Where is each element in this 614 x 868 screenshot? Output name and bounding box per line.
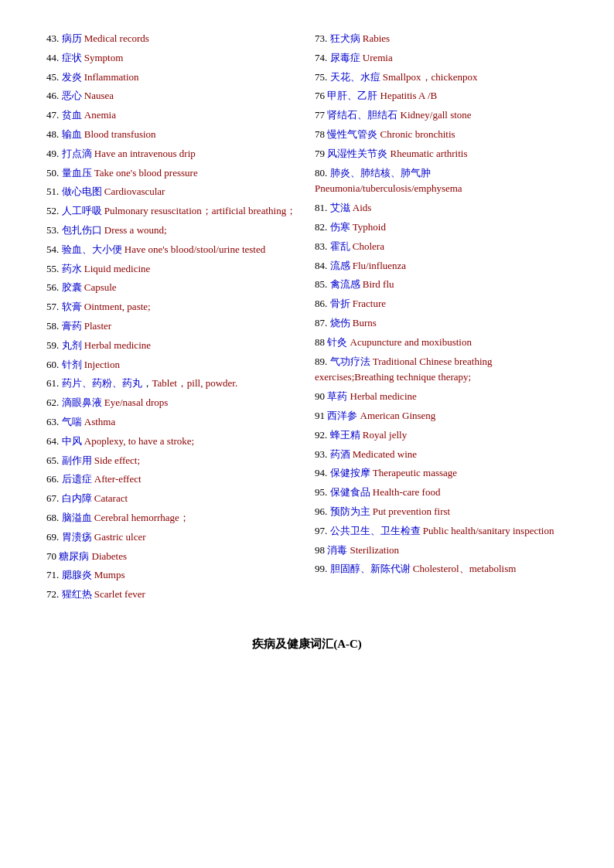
list-item: 74. 尿毒症 Uremia xyxy=(315,50,568,66)
list-item: 83. 霍乱 Cholera xyxy=(315,239,568,255)
list-item: 88 针灸 Acupuncture and moxibustion xyxy=(315,335,568,351)
list-item: 44. 症状 Symptom xyxy=(46,50,299,66)
list-item: 99. 胆固醇、新陈代谢 Cholesterol、metabolism xyxy=(315,561,568,577)
list-item: 56. 胶囊 Capsule xyxy=(46,280,299,296)
list-item: 78 慢性气管炎 Chronic bronchitis xyxy=(315,127,568,143)
list-item: 48. 输血 Blood transfusion xyxy=(46,127,299,143)
list-item: 60. 针剂 Injection xyxy=(46,357,299,373)
list-item: 62. 滴眼鼻液 Eye/nasal drops xyxy=(46,395,299,411)
list-item: 45. 发炎 Inflammation xyxy=(46,70,299,86)
list-item: 73. 狂犬病 Rabies xyxy=(315,31,568,47)
list-item: 89. 气功疗法 Traditional Chinese breathing e… xyxy=(315,354,568,386)
list-item: 93. 药酒 Medicated wine xyxy=(315,447,568,463)
right-column: 73. 狂犬病 Rabies74. 尿毒症 Uremia75. 天花、水痘 Sm… xyxy=(315,31,568,606)
list-item: 66. 后遗症 After-effect xyxy=(46,471,299,488)
list-item: 54. 验血、大小便 Have one's blood/stool/urine … xyxy=(46,242,299,258)
list-item: 49. 打点滴 Have an intravenous drip xyxy=(46,146,299,162)
list-item: 76 甲肝、乙肝 Hepatitis A /B xyxy=(315,88,568,104)
list-item: 65. 副作用 Side effect; xyxy=(46,453,299,469)
list-item: 81. 艾滋 Aids xyxy=(315,200,568,216)
list-item: 87. 烧伤 Burns xyxy=(315,315,568,332)
list-item: 98 消毒 Sterilization xyxy=(315,543,568,559)
list-item: 70 糖尿病 Diabetes xyxy=(46,549,299,565)
list-item: 96. 预防为主 Put prevention first xyxy=(315,504,568,520)
list-item: 90 草药 Herbal medicine xyxy=(315,389,568,405)
list-item: 58. 膏药 Plaster xyxy=(46,318,299,335)
list-item: 75. 天花、水痘 Smallpox，chickenpox xyxy=(315,70,568,86)
list-item: 59. 丸剂 Herbal medicine xyxy=(46,338,299,354)
list-item: 55. 药水 Liquid medicine xyxy=(46,261,299,277)
list-item: 91 西洋参 American Ginseng xyxy=(315,408,568,424)
bottom-space xyxy=(46,652,568,806)
list-item: 69. 胃溃疡 Gastric ulcer xyxy=(46,529,299,546)
list-item: 79 风湿性关节炎 Rheumatic arthritis xyxy=(315,146,568,162)
list-item: 52. 人工呼吸 Pulmonary resuscitation；artific… xyxy=(46,203,299,220)
main-content: 43. 病历 Medical records44. 症状 Symptom45. … xyxy=(46,31,568,806)
two-column-layout: 43. 病历 Medical records44. 症状 Symptom45. … xyxy=(46,31,568,606)
list-item: 50. 量血压 Take one's blood pressure xyxy=(46,165,299,182)
list-item: 72. 猩红热 Scarlet fever xyxy=(46,587,299,603)
list-item: 94. 保健按摩 Therapeutic massage xyxy=(315,465,568,482)
list-item: 68. 脑溢血 Cerebral hemorrhage； xyxy=(46,510,299,526)
list-item: 86. 骨折 Fracture xyxy=(315,296,568,312)
section-title: 疾病及健康词汇(A-C) xyxy=(46,637,568,652)
list-item: 43. 病历 Medical records xyxy=(46,31,299,47)
list-item: 97. 公共卫生、卫生检查 Public health/sanitary ins… xyxy=(315,523,568,540)
list-item: 64. 中风 Apoplexy, to have a stroke; xyxy=(46,434,299,450)
list-item: 61. 药片、药粉、药丸，Tablet，pill, powder. xyxy=(46,376,299,392)
list-item: 67. 白内障 Cataract xyxy=(46,491,299,507)
list-item: 80. 肺炎、肺结核、肺气肿 Pneumonia/tuberculosis/em… xyxy=(315,165,568,198)
list-item: 95. 保健食品 Health-care food xyxy=(315,485,568,501)
list-item: 85. 禽流感 Bird flu xyxy=(315,277,568,293)
list-item: 57. 软膏 Ointment, paste; xyxy=(46,299,299,315)
list-item: 51. 做心电图 Cardiovascular xyxy=(46,184,299,200)
list-item: 82. 伤寒 Typhoid xyxy=(315,220,568,236)
list-item: 47. 贫血 Anemia xyxy=(46,107,299,124)
list-item: 53. 包扎伤口 Dress a wound; xyxy=(46,223,299,239)
left-column: 43. 病历 Medical records44. 症状 Symptom45. … xyxy=(46,31,299,606)
list-item: 84. 流感 Flu/influenza xyxy=(315,258,568,274)
list-item: 77 肾结石、胆结石 Kidney/gall stone xyxy=(315,107,568,124)
list-item: 92. 蜂王精 Royal jelly xyxy=(315,427,568,444)
list-item: 71. 腮腺炎 Mumps xyxy=(46,567,299,584)
list-item: 46. 恶心 Nausea xyxy=(46,88,299,104)
list-item: 63. 气喘 Asthma xyxy=(46,414,299,431)
